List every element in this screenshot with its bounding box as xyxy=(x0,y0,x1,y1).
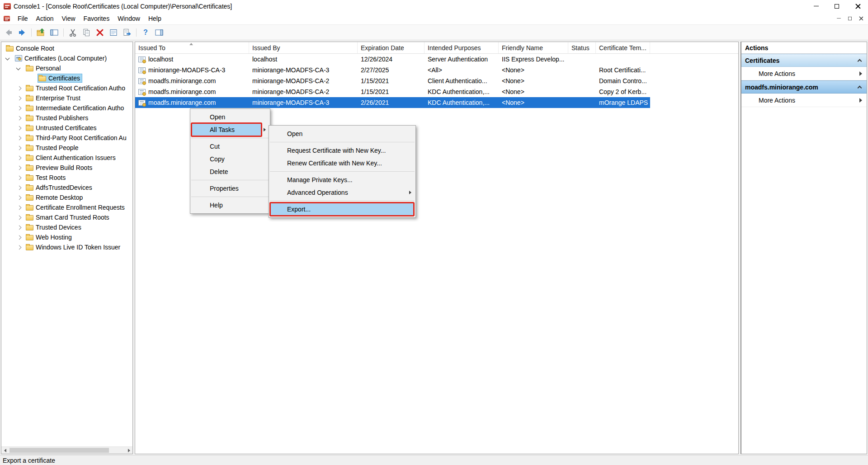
expander[interactable] xyxy=(16,196,26,199)
show-hide-console-tree-button[interactable] xyxy=(48,27,61,38)
copy-button[interactable] xyxy=(80,27,93,38)
tree-item-smart-card-trusted-roots[interactable]: Smart Card Trusted Roots xyxy=(1,212,132,222)
tree-item-personal[interactable]: Personal xyxy=(1,63,132,73)
column-header-issued-by[interactable]: Issued By xyxy=(249,42,358,53)
tree-item-remote-desktop[interactable]: Remote Desktop xyxy=(1,193,132,202)
column-header-friendly-name[interactable]: Friendly Name xyxy=(499,42,568,53)
expander[interactable] xyxy=(16,107,26,110)
certificate-row-selected[interactable]: moadfs.miniorange.com miniorange-MOADFS-… xyxy=(135,97,650,108)
child-restore-icon[interactable] xyxy=(848,17,852,20)
tree-item-web-hosting[interactable]: Web Hosting xyxy=(1,232,132,242)
scroll-left-button[interactable] xyxy=(1,447,9,454)
scrollbar-thumb[interactable] xyxy=(9,448,109,453)
column-header-expiration-date[interactable]: Expiration Date xyxy=(358,42,425,53)
submenu-manage-private-keys[interactable]: Manage Private Keys... xyxy=(269,174,415,186)
menu-window[interactable]: Window xyxy=(113,12,144,24)
delete-button[interactable] xyxy=(94,27,106,38)
close-button[interactable] xyxy=(847,0,868,12)
tree-item-windows-live-id[interactable]: Windows Live ID Token Issuer xyxy=(1,242,132,252)
context-copy[interactable]: Copy xyxy=(190,153,270,165)
expander[interactable] xyxy=(16,146,26,150)
expander[interactable] xyxy=(16,216,26,219)
certificate-row[interactable]: localhost localhost 12/26/2024 Server Au… xyxy=(135,54,650,65)
tree-item-console-root[interactable]: Console Root xyxy=(1,43,132,53)
expander[interactable] xyxy=(16,186,26,189)
certificate-row[interactable]: miniorange-MOADFS-CA-3 miniorange-MOADFS… xyxy=(135,65,650,75)
tree-item-untrusted-certificates[interactable]: Untrusted Certificates xyxy=(1,123,132,133)
menu-favorites[interactable]: Favorites xyxy=(80,12,114,24)
submenu-renew-certificate[interactable]: Renew Certificate with New Key... xyxy=(269,157,415,169)
tree-item-preview-build-roots[interactable]: Preview Build Roots xyxy=(1,163,132,173)
child-close-icon[interactable] xyxy=(859,16,863,20)
context-cut[interactable]: Cut xyxy=(190,140,270,153)
forward-button[interactable] xyxy=(16,27,28,38)
tree-item-client-auth-issuers[interactable]: Client Authentication Issuers xyxy=(1,153,132,163)
tree-item-certificates-local-computer[interactable]: Certificates (Local Computer) xyxy=(1,53,132,63)
submenu-open[interactable]: Open xyxy=(269,127,415,140)
chevron-up-icon[interactable] xyxy=(858,59,862,64)
chevron-up-icon[interactable] xyxy=(858,86,862,90)
show-hide-action-pane-button[interactable] xyxy=(153,27,165,38)
tree-item-trusted-devices[interactable]: Trusted Devices xyxy=(1,222,132,232)
expander[interactable] xyxy=(16,166,26,169)
actions-pane: Actions Certificates More Actions moadfs… xyxy=(741,42,867,454)
context-delete[interactable]: Delete xyxy=(190,165,270,178)
context-open[interactable]: Open xyxy=(190,111,270,123)
tree-item-certificates-selected[interactable]: Certificates xyxy=(1,73,132,83)
tree-horizontal-scrollbar[interactable] xyxy=(1,446,132,454)
tree-item-adfs-trusted-devices[interactable]: AdfsTrustedDevices xyxy=(1,183,132,193)
expander[interactable] xyxy=(16,97,26,100)
properties-button[interactable] xyxy=(107,27,120,38)
context-all-tasks[interactable]: All Tasks xyxy=(190,123,270,136)
expander[interactable] xyxy=(5,57,15,60)
expander[interactable] xyxy=(16,246,26,249)
expander[interactable] xyxy=(16,206,26,209)
submenu-request-certificate[interactable]: Request Certificate with New Key... xyxy=(269,144,415,157)
child-minimize-icon[interactable] xyxy=(837,18,841,19)
column-header-status[interactable]: Status xyxy=(568,42,596,53)
column-header-intended-purposes[interactable]: Intended Purposes xyxy=(425,42,499,53)
tree-item-test-roots[interactable]: Test Roots xyxy=(1,173,132,183)
maximize-button[interactable] xyxy=(826,0,847,12)
submenu-advanced-operations[interactable]: Advanced Operations xyxy=(269,186,415,199)
actions-section-certificates[interactable]: Certificates xyxy=(741,54,867,67)
expander[interactable] xyxy=(16,67,26,70)
context-help[interactable]: Help xyxy=(190,199,270,211)
tree-item-cert-enrollment-requests[interactable]: Certificate Enrollment Requests xyxy=(1,202,132,212)
tree-item-intermediate[interactable]: Intermediate Certification Autho xyxy=(1,103,132,113)
certificate-row[interactable]: moadfs.miniorange.com miniorange-MOADFS-… xyxy=(135,86,650,97)
export-list-button[interactable] xyxy=(121,27,133,38)
expander[interactable] xyxy=(16,136,26,140)
help-button[interactable]: ? xyxy=(139,27,152,38)
minimize-button[interactable] xyxy=(806,0,826,12)
tree-item-trusted-root[interactable]: Trusted Root Certification Autho xyxy=(1,83,132,93)
column-header-issued-to[interactable]: Issued To xyxy=(135,42,249,53)
up-one-level-button[interactable] xyxy=(34,27,47,38)
cut-button[interactable] xyxy=(66,27,79,38)
tree-item-trusted-people[interactable]: Trusted People xyxy=(1,143,132,153)
column-header-certificate-template[interactable]: Certificate Tem... xyxy=(596,42,650,53)
tree-item-trusted-publishers[interactable]: Trusted Publishers xyxy=(1,113,132,123)
expander[interactable] xyxy=(16,87,26,90)
menu-action[interactable]: Action xyxy=(32,12,58,24)
actions-section-moadfs[interactable]: moadfs.miniorange.com xyxy=(741,80,867,94)
certificate-row[interactable]: moadfs.miniorange.com miniorange-MOADFS-… xyxy=(135,75,650,86)
more-actions-moadfs[interactable]: More Actions xyxy=(741,94,867,107)
tree-item-third-party-root[interactable]: Third-Party Root Certification Au xyxy=(1,133,132,143)
back-button[interactable] xyxy=(2,27,15,38)
context-properties[interactable]: Properties xyxy=(190,182,270,195)
expander[interactable] xyxy=(16,236,26,239)
tree-item-enterprise-trust[interactable]: Enterprise Trust xyxy=(1,93,132,103)
expander[interactable] xyxy=(16,127,26,130)
menu-file[interactable]: File xyxy=(14,12,32,24)
scroll-right-button[interactable] xyxy=(125,447,132,454)
expander[interactable] xyxy=(16,176,26,179)
expander[interactable] xyxy=(16,156,26,160)
submenu-export[interactable]: Export... xyxy=(269,203,415,216)
expander[interactable] xyxy=(16,226,26,229)
menu-help[interactable]: Help xyxy=(144,12,165,24)
menu-view[interactable]: View xyxy=(57,12,79,24)
scrollbar-track[interactable] xyxy=(9,447,125,454)
expander[interactable] xyxy=(16,117,26,120)
more-actions-certificates[interactable]: More Actions xyxy=(741,67,867,80)
